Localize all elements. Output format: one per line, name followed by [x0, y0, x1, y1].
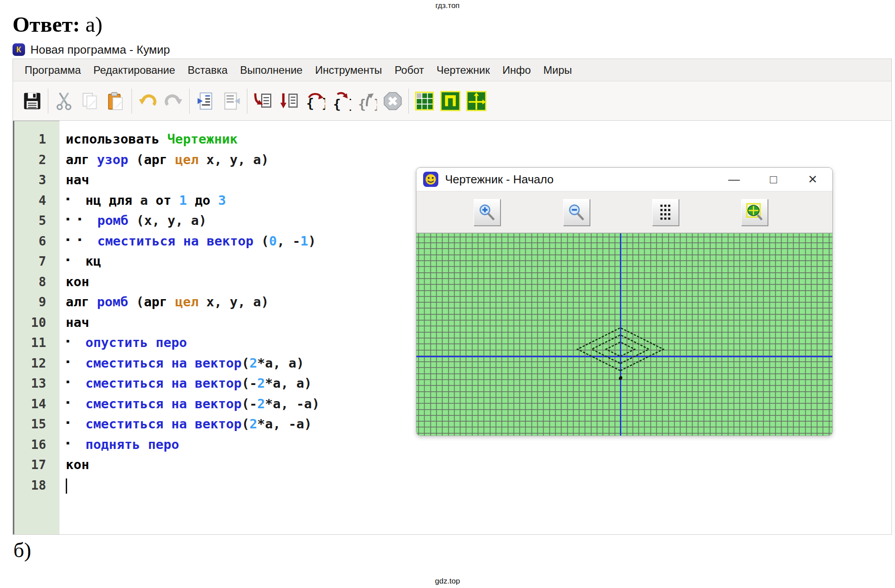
minimize-button[interactable]: —	[714, 173, 754, 186]
robot-icon[interactable]	[439, 90, 462, 112]
redo-icon[interactable]	[162, 90, 185, 112]
menu-item-редактирование[interactable]: Редактирование	[87, 64, 182, 76]
close-button[interactable]: ✕	[793, 173, 832, 186]
toolbar-group	[48, 90, 131, 112]
code-line[interactable]: 16▪ поднять перо	[13, 435, 891, 455]
line-number: 2	[13, 150, 59, 170]
zoom-out-icon	[566, 202, 587, 223]
toolbar-group	[132, 90, 189, 112]
code-line-text: кон	[59, 272, 89, 292]
menu-item-программа[interactable]: Программа	[18, 64, 87, 76]
line-number: 6	[13, 231, 59, 252]
menu-item-миры[interactable]: Миры	[537, 64, 578, 76]
run-down-icon[interactable]	[278, 90, 300, 112]
code-line-text: ▪ сместиться на вектор(-2*a, -a)	[59, 394, 320, 415]
fit-drawing-button[interactable]	[741, 199, 768, 226]
line-number: 13	[13, 373, 59, 394]
line-number: 14	[13, 394, 59, 415]
svg-text:{ }: { }	[333, 97, 351, 111]
kumir-window-title: Новая программа - Кумир	[30, 43, 170, 57]
toolbar-group: { }{ }{ }	[247, 90, 408, 112]
drawer-smiley-icon	[423, 171, 439, 187]
paste-icon[interactable]	[105, 90, 127, 112]
robot-field-icon[interactable]	[413, 90, 436, 112]
indent-icon[interactable]	[194, 90, 216, 112]
code-line-text: ▪ поднять перо	[59, 435, 179, 455]
code-line-text: ▪ ▪ ромб (x, y, a)	[59, 211, 207, 231]
undo-icon[interactable]	[136, 90, 159, 112]
cut-icon[interactable]	[53, 90, 75, 112]
line-number: 17	[13, 455, 59, 475]
code-line[interactable]: 17кон	[13, 455, 891, 475]
line-number: 4	[13, 190, 59, 211]
rhombus-drawing	[416, 233, 832, 436]
tool-bar: { }{ }{ }	[13, 81, 891, 121]
save-icon[interactable]	[21, 90, 43, 112]
code-line-text: использовать Чертежник	[59, 129, 238, 150]
code-line-text: алг ромб (арг цел x, y, a)	[59, 292, 269, 313]
site-watermark-top: гдз.топ	[0, 1, 895, 10]
kumir-app-icon: К	[13, 43, 25, 56]
page: гдз.топ Ответ: а) К Новая программа - Ку…	[0, 0, 895, 588]
answer-heading: Ответ: а)	[13, 12, 102, 37]
line-number: 8	[13, 272, 59, 292]
code-line-text: ▪ сместиться на вектор(-2*a, a)	[59, 373, 312, 394]
line-number: 3	[13, 170, 59, 190]
line-number: 5	[13, 211, 59, 231]
toolbar-group	[17, 90, 48, 112]
code-line-text: ▪ сместиться на вектор(2*a, -a)	[59, 414, 312, 435]
zoom-in-icon	[477, 202, 497, 223]
menu-item-инфо[interactable]: Инфо	[496, 64, 537, 76]
line-number: 18	[13, 475, 59, 496]
line-number: 1	[13, 129, 59, 150]
line-number: 16	[13, 435, 59, 455]
menu-item-робот[interactable]: Робот	[388, 64, 430, 76]
zoom-out-button[interactable]	[563, 199, 590, 226]
line-number: 15	[13, 414, 59, 435]
code-line[interactable]: 1использовать Чертежник	[13, 129, 891, 150]
zoom-in-button[interactable]	[474, 199, 501, 226]
code-line-text: алг узор (арг цел x, y, a)	[59, 150, 269, 170]
drawer-titlebar[interactable]: Чертежник - Начало —□✕	[416, 168, 832, 191]
menu-item-вставка[interactable]: Вставка	[182, 64, 234, 76]
drawer-axes-icon[interactable]	[465, 90, 488, 112]
text-cursor	[66, 478, 67, 494]
fit-drawing-icon	[744, 202, 765, 223]
code-line-text: ▪ сместиться на вектор(2*a, a)	[59, 353, 304, 374]
grid-toggle-icon	[655, 202, 676, 223]
code-line-text: ▪ опустить перо	[59, 333, 187, 353]
menu-item-чертежник[interactable]: Чертежник	[430, 64, 496, 76]
grid-toggle-button[interactable]	[652, 199, 679, 226]
code-line[interactable]: 18	[13, 475, 891, 496]
copy-icon[interactable]	[79, 90, 101, 112]
part-b-label: б)	[13, 538, 31, 562]
menu-item-инструменты[interactable]: Инструменты	[309, 64, 388, 76]
maximize-button[interactable]: □	[754, 173, 793, 186]
line-number: 9	[13, 292, 59, 313]
drawer-window-controls: —□✕	[714, 168, 832, 191]
run-into-icon[interactable]	[252, 90, 274, 112]
stop-icon[interactable]	[382, 90, 404, 112]
line-number: 12	[13, 353, 59, 374]
menu-bar: ПрограммаРедактированиеВставкаВыполнение…	[13, 59, 891, 81]
kumir-titlebar: К Новая программа - Кумир	[13, 42, 170, 57]
answer-variant: а)	[80, 12, 102, 37]
step-over-icon[interactable]: { }	[304, 90, 326, 112]
svg-text:{ }: { }	[306, 96, 325, 111]
code-line-text: кон	[59, 455, 89, 475]
line-number: 7	[13, 251, 59, 272]
step-into-icon[interactable]: { }	[330, 90, 352, 112]
code-line-text: нач	[59, 170, 89, 190]
line-number: 11	[13, 333, 59, 353]
drawer-window-title: Чертежник - Начало	[445, 173, 554, 186]
code-line-text: нач	[59, 313, 89, 333]
code-line-text	[59, 475, 67, 496]
outdent-icon[interactable]	[220, 90, 242, 112]
code-line-text: ▪ кц	[59, 251, 101, 272]
step-out-icon[interactable]: { }	[356, 90, 378, 112]
answer-label: Ответ:	[13, 12, 80, 37]
menu-item-выполнение[interactable]: Выполнение	[234, 64, 309, 76]
drawer-canvas	[416, 233, 832, 436]
drawer-toolbar	[416, 191, 832, 233]
site-watermark-bottom: gdz.top	[0, 577, 895, 586]
